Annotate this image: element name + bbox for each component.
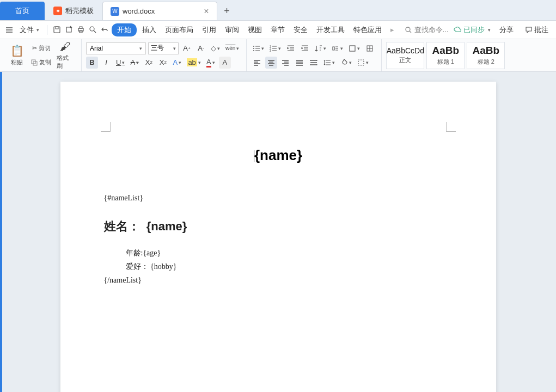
menu-dev-tools[interactable]: 开发工具 xyxy=(313,23,348,36)
hamburger-icon[interactable] xyxy=(4,25,14,35)
superscript-button[interactable]: X2 xyxy=(143,57,155,69)
tab-document[interactable]: W word.docx × xyxy=(102,2,217,20)
subscript-button[interactable]: X2 xyxy=(157,57,169,69)
svg-rect-17 xyxy=(358,60,364,65)
style-heading1[interactable]: AaBb 标题 1 xyxy=(426,42,465,69)
strikethrough-button[interactable]: A▾ xyxy=(129,57,140,69)
style-heading2[interactable]: AaBb 标题 2 xyxy=(467,42,505,69)
svg-rect-15 xyxy=(350,46,355,51)
number-list-button[interactable]: 123▾ xyxy=(268,42,283,54)
comment-icon xyxy=(526,27,532,33)
paste-button[interactable]: 📋 粘贴 xyxy=(7,42,27,69)
menu-bar: 文件 ▾ 开始 插入 页面布局 引用 审阅 视图 章节 安全 开发工具 特色应用… xyxy=(0,21,556,39)
sync-status[interactable]: 已同步▾ xyxy=(454,25,491,35)
command-search[interactable]: 查找命令... xyxy=(405,25,449,35)
shading-button[interactable]: ▾ xyxy=(339,57,353,69)
svg-rect-3 xyxy=(80,27,82,28)
char-shading-button[interactable]: A xyxy=(219,57,231,69)
share-button[interactable]: 分享 xyxy=(496,23,517,36)
style-body[interactable]: AaBbCcDd 正文 xyxy=(386,42,424,69)
decrease-indent-button[interactable] xyxy=(285,42,297,54)
underline-button[interactable]: U▾ xyxy=(114,57,126,69)
svg-point-5 xyxy=(90,27,94,31)
copy-button[interactable]: 复制 xyxy=(29,57,53,69)
clear-format-button[interactable]: ◇▾ xyxy=(209,42,222,54)
sync-status-label: 已同步 xyxy=(463,25,485,35)
save-icon[interactable] xyxy=(52,25,62,35)
align-right-button[interactable] xyxy=(279,57,291,69)
tab-templates-label: 稻壳模板 xyxy=(65,6,94,16)
command-search-placeholder: 查找命令... xyxy=(414,25,449,35)
brush-icon: 🖌 xyxy=(60,40,71,53)
text-effects-button[interactable]: A▾ xyxy=(171,57,183,69)
app-window: 首页 ✦ 稻壳模板 W word.docx × + 文件 ▾ 开始 插入 页面布… xyxy=(0,0,556,392)
font-color-button[interactable]: A▾ xyxy=(205,57,217,69)
file-menu[interactable]: 文件 ▾ xyxy=(16,23,42,36)
close-icon[interactable]: × xyxy=(204,7,209,16)
name-heading: 姓名： {name} xyxy=(104,216,453,237)
font-group: Arial▾ 三号▾ A+ A- ◇▾ wén▾ B I U▾ A▾ X2 X2… xyxy=(83,39,247,71)
align-center-button[interactable] xyxy=(265,57,277,69)
doc-title[interactable]: {name} xyxy=(104,147,453,164)
save-as-icon[interactable] xyxy=(64,25,74,35)
menu-reference[interactable]: 引用 xyxy=(199,23,219,36)
cloud-sync-icon xyxy=(454,26,461,34)
menu-special[interactable]: 特色应用 xyxy=(350,23,385,36)
file-menu-label: 文件 xyxy=(20,25,34,35)
word-doc-icon: W xyxy=(111,7,119,16)
menu-insert[interactable]: 插入 xyxy=(139,23,160,36)
tab-templates[interactable]: ✦ 稻壳模板 xyxy=(46,2,101,20)
svg-rect-0 xyxy=(54,27,60,33)
highlight-button[interactable]: ab▾ xyxy=(185,57,202,69)
annotate-button[interactable]: 批注 xyxy=(522,23,552,36)
age-line: 年龄:{age} xyxy=(126,246,453,260)
increase-indent-button[interactable] xyxy=(299,42,311,54)
menu-view[interactable]: 视图 xyxy=(245,23,265,36)
tab-home[interactable]: 首页 xyxy=(0,2,45,20)
format-painter-button[interactable]: 🖌 格式刷 xyxy=(55,42,76,69)
search-icon xyxy=(405,26,412,34)
margin-corner-tl xyxy=(101,122,111,132)
menu-review[interactable]: 审阅 xyxy=(222,23,242,36)
doc-body[interactable]: {#nameList} 姓名： {name} 年龄:{age} 爱好： {hob… xyxy=(104,191,453,287)
sort-button[interactable]: ▾ xyxy=(313,42,328,54)
loop-open-tag: {#nameList} xyxy=(104,191,453,205)
tab-button[interactable]: ▾ xyxy=(330,42,345,54)
print-preview-icon[interactable] xyxy=(88,25,97,35)
align-justify-button[interactable] xyxy=(294,57,306,69)
print-icon[interactable] xyxy=(76,25,85,35)
paragraph-group: ▾ 123▾ ▾ ▾ ▾ ▾ ▾ ▾ xyxy=(248,39,382,71)
bold-button[interactable]: B xyxy=(86,57,98,69)
clipboard-group: 📋 粘贴 ✂剪切 复制 🖌 格式刷 xyxy=(3,39,82,71)
document-page[interactable]: {name} {#nameList} 姓名： {name} 年龄:{age} 爱… xyxy=(60,82,496,392)
border-button[interactable]: ▾ xyxy=(347,42,362,54)
borders-button[interactable]: ▾ xyxy=(356,57,370,69)
font-family-select[interactable]: Arial▾ xyxy=(86,42,146,54)
new-tab-button[interactable]: + xyxy=(218,2,236,20)
menu-start[interactable]: 开始 xyxy=(112,23,137,36)
hobby-line: 爱好： {hobby} xyxy=(126,260,453,273)
phonetic-guide-button[interactable]: wén▾ xyxy=(224,42,241,54)
menu-chapter[interactable]: 章节 xyxy=(267,23,288,36)
svg-text:3: 3 xyxy=(270,49,271,52)
more-menu-icon[interactable]: ▸ xyxy=(387,25,397,35)
line-spacing-button[interactable]: ▾ xyxy=(322,57,337,69)
tab-document-label: word.docx xyxy=(123,7,155,15)
svg-point-9 xyxy=(253,46,254,47)
undo-icon[interactable] xyxy=(100,25,109,35)
grow-font-button[interactable]: A+ xyxy=(181,42,193,54)
bullet-list-button[interactable]: ▾ xyxy=(251,42,266,54)
font-size-select[interactable]: 三号▾ xyxy=(148,42,179,54)
shrink-font-button[interactable]: A- xyxy=(195,42,207,54)
distribute-button[interactable] xyxy=(308,57,320,69)
styles-group: AaBbCcDd 正文 AaBb 标题 1 AaBb 标题 2 xyxy=(383,39,508,71)
menu-security[interactable]: 安全 xyxy=(290,23,311,36)
insert-table-button[interactable] xyxy=(364,42,376,54)
chevron-down-icon: ▾ xyxy=(36,27,39,33)
italic-button[interactable]: I xyxy=(100,57,112,69)
document-canvas[interactable]: {name} {#nameList} 姓名： {name} 年龄:{age} 爱… xyxy=(0,72,556,392)
svg-point-6 xyxy=(406,27,410,32)
align-left-button[interactable] xyxy=(251,57,263,69)
cut-button[interactable]: ✂剪切 xyxy=(29,42,53,54)
menu-page-layout[interactable]: 页面布局 xyxy=(162,23,197,36)
